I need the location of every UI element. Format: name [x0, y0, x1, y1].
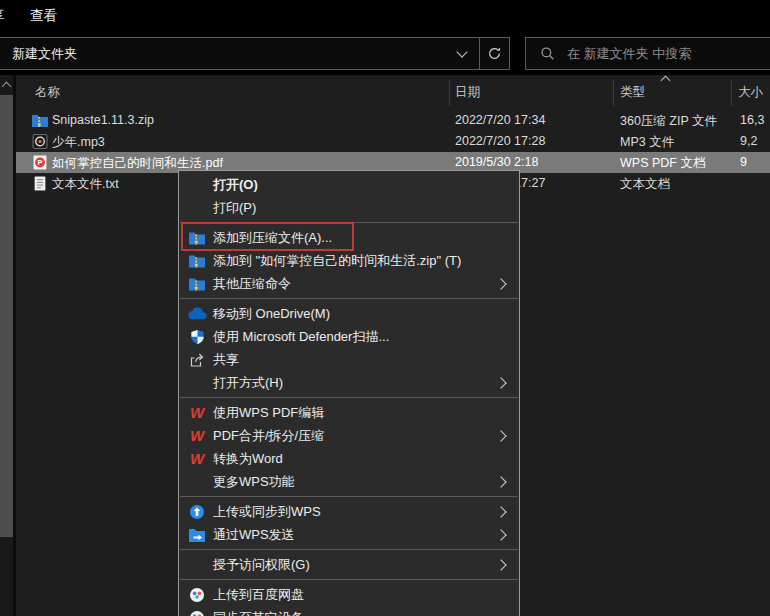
scroll-up-arrow-icon[interactable] — [2, 82, 12, 92]
column-header-size[interactable]: 大小 — [738, 84, 763, 101]
onedrive-icon — [188, 307, 207, 320]
table-row[interactable]: Snipaste1.11.3.zip 2022/7/20 17:34 360压缩… — [16, 110, 770, 131]
file-size: 16,3 — [740, 113, 764, 127]
wps-send-icon — [189, 528, 205, 542]
svg-text:P: P — [37, 158, 42, 167]
context-menu: 打开(O) 打印(P) 添加到压缩文件(A)... 添加到 "如何掌控自己的时间… — [178, 170, 520, 616]
menu-item-wps-pdf-edit[interactable]: W 使用WPS PDF编辑 — [179, 401, 519, 424]
refresh-button[interactable] — [479, 38, 509, 69]
menu-separator — [180, 397, 518, 398]
table-row[interactable]: 少年.mp3 2022/7/20 17:28 MP3 文件 9,2 — [16, 131, 770, 152]
file-date: 2022/7/20 17:34 — [455, 113, 545, 127]
column-header-type[interactable]: 类型 — [620, 84, 645, 101]
mp3-file-icon — [32, 134, 48, 149]
submenu-arrow-icon — [495, 529, 506, 540]
menu-item-move-to-onedrive[interactable]: 移动到 OneDrive(M) — [179, 302, 519, 325]
address-dropdown-button[interactable] — [445, 38, 479, 69]
txt-file-icon — [32, 176, 48, 191]
menu-item-print[interactable]: 打印(P) — [179, 196, 519, 219]
wps-upload-icon — [189, 504, 205, 520]
defender-shield-icon — [190, 329, 205, 345]
column-divider[interactable] — [731, 80, 732, 106]
share-icon — [189, 352, 205, 368]
file-name: 少年.mp3 — [52, 134, 105, 151]
sort-ascending-icon — [661, 76, 671, 86]
menu-item-open[interactable]: 打开(O) — [179, 173, 519, 196]
menu-item-convert-to-word[interactable]: W 转换为Word — [179, 447, 519, 470]
column-header-date[interactable]: 日期 — [455, 84, 480, 101]
menu-item-sync-to-other-devices[interactable]: 同步至其它设备 — [179, 606, 519, 616]
menu-item-send-via-wps[interactable]: 通过WPS发送 — [179, 523, 519, 546]
file-type: WPS PDF 文档 — [620, 155, 705, 172]
submenu-arrow-icon — [495, 278, 506, 289]
wps-icon: W — [190, 428, 204, 443]
pdf-file-icon: P — [32, 155, 48, 170]
submenu-arrow-icon — [495, 506, 506, 517]
menu-item-more-wps-features[interactable]: 更多WPS功能 — [179, 470, 519, 493]
file-type: MP3 文件 — [620, 134, 674, 151]
baidu-netdisk-icon — [189, 587, 205, 603]
file-date: 2022/7/20 17:28 — [455, 134, 545, 148]
column-header-name[interactable]: 名称 — [35, 84, 60, 101]
tab-share-clipped[interactable]: 享 — [0, 0, 5, 31]
file-size: 9 — [740, 155, 747, 169]
submenu-arrow-icon — [495, 377, 506, 388]
menu-separator — [180, 579, 518, 580]
menu-item-other-compress-commands[interactable]: 其他压缩命令 — [179, 272, 519, 295]
submenu-arrow-icon — [495, 559, 506, 570]
file-name: 文本文件.txt — [52, 176, 119, 193]
file-type: 文本文档 — [620, 176, 670, 193]
scrollbar-thumb[interactable] — [0, 95, 13, 537]
wps-icon: W — [190, 405, 204, 420]
column-divider[interactable] — [449, 80, 450, 106]
submenu-arrow-icon — [495, 476, 506, 487]
file-name: Snipaste1.11.3.zip — [52, 113, 154, 127]
left-scrollbar[interactable] — [0, 75, 16, 616]
zip-archive-icon — [189, 231, 205, 245]
address-bar[interactable]: 新建文件夹 — [0, 37, 510, 70]
file-type: 360压缩 ZIP 文件 — [620, 113, 717, 130]
column-headers: 名称 日期 类型 大小 — [16, 80, 770, 106]
navigation-row: 新建文件夹 — [0, 31, 770, 75]
menu-separator — [180, 222, 518, 223]
menu-item-share[interactable]: 共享 — [179, 348, 519, 371]
zip-archive-icon — [189, 254, 205, 268]
menu-separator — [180, 549, 518, 550]
search-icon — [540, 46, 555, 61]
zip-file-icon — [32, 113, 48, 128]
menu-item-open-with[interactable]: 打开方式(H) — [179, 371, 519, 394]
tab-view[interactable]: 查看 — [30, 0, 57, 31]
menu-item-add-to-archive[interactable]: 添加到压缩文件(A)... — [179, 226, 519, 249]
search-input[interactable] — [565, 45, 759, 62]
menu-item-upload-to-baidu-netdisk[interactable]: 上传到百度网盘 — [179, 583, 519, 606]
breadcrumb[interactable]: 新建文件夹 — [0, 45, 445, 63]
menu-item-upload-sync-to-wps[interactable]: 上传或同步到WPS — [179, 500, 519, 523]
chevron-down-icon — [456, 46, 467, 57]
column-divider[interactable] — [613, 80, 614, 106]
search-box[interactable] — [525, 37, 770, 70]
ribbon-menubar: 享 查看 — [0, 0, 770, 31]
file-date: 2019/5/30 2:18 — [455, 155, 538, 169]
menu-separator — [180, 496, 518, 497]
refresh-icon — [487, 46, 502, 61]
menu-item-defender-scan[interactable]: 使用 Microsoft Defender扫描... — [179, 325, 519, 348]
menu-item-pdf-merge-split-compress[interactable]: W PDF合并/拆分/压缩 — [179, 424, 519, 447]
menu-item-add-to-named-zip[interactable]: 添加到 "如何掌控自己的时间和生活.zip" (T) — [179, 249, 519, 272]
submenu-arrow-icon — [495, 430, 506, 441]
file-size: 9,2 — [740, 134, 757, 148]
menu-separator — [180, 298, 518, 299]
zip-archive-icon — [189, 277, 205, 291]
menu-item-give-access[interactable]: 授予访问权限(G) — [179, 553, 519, 576]
baidu-sync-icon — [189, 610, 205, 616]
wps-icon: W — [190, 451, 204, 466]
